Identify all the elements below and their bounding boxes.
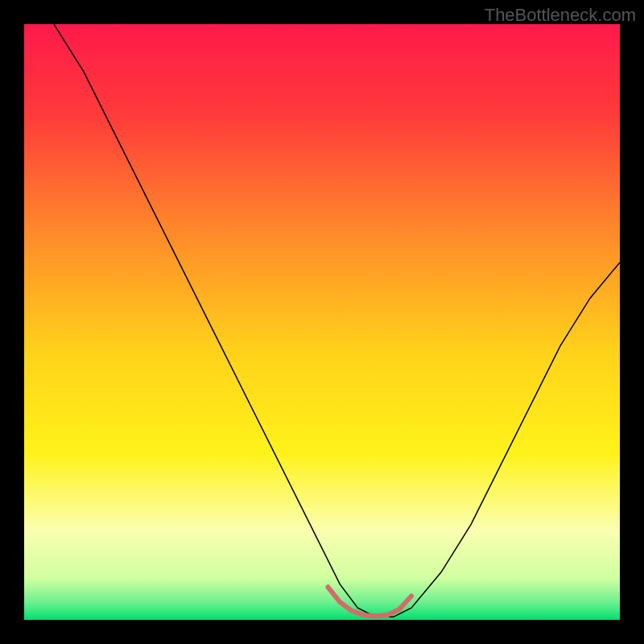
curve-layer: [24, 24, 620, 620]
bottleneck-curve: [54, 24, 620, 617]
plot-area: [24, 24, 620, 620]
watermark-text: TheBottleneck.com: [485, 5, 636, 26]
optimal-zone-curve: [328, 587, 411, 616]
